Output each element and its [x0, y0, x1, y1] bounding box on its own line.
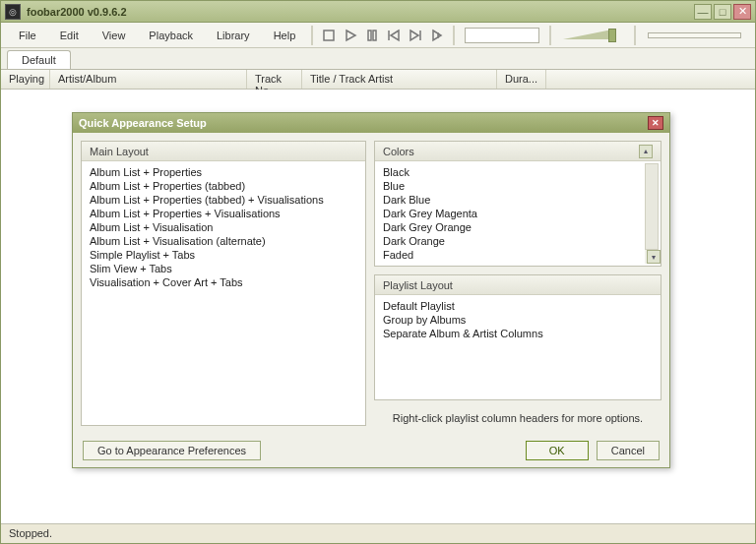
window-title: foobar2000 v0.9.6.2 — [27, 6, 694, 18]
scroll-up-icon[interactable]: ▴ — [639, 145, 653, 158]
main-layout-group: Main Layout Album List + Properties Albu… — [81, 141, 366, 426]
colors-group: Colors ▴ Black Blue Dark Blue Dark Grey … — [374, 141, 662, 267]
playlist-tabs: Default — [1, 48, 755, 70]
main-layout-list[interactable]: Album List + Properties Album List + Pro… — [82, 161, 365, 425]
close-button[interactable]: ✕ — [733, 4, 751, 20]
colors-list[interactable]: Black Blue Dark Blue Dark Grey Magenta D… — [375, 161, 661, 266]
play-icon[interactable] — [341, 26, 360, 45]
menu-file[interactable]: File — [9, 27, 46, 44]
playlist-layout-list[interactable]: Default Playlist Group by Albums Separat… — [375, 295, 661, 399]
list-item[interactable]: Album List + Properties + Visualisations — [90, 207, 357, 220]
list-item[interactable]: Blue — [383, 179, 643, 193]
list-item[interactable]: Dark Grey Orange — [383, 220, 643, 234]
list-item[interactable]: Separate Album & Artist Columns — [383, 327, 653, 340]
main-layout-header: Main Layout — [82, 142, 365, 161]
list-item[interactable]: Dark Orange — [383, 234, 643, 248]
menu-library[interactable]: Library — [207, 27, 260, 44]
next-icon[interactable] — [406, 26, 425, 45]
dialog-footer: Go to Appearance Preferences OK Cancel — [73, 434, 669, 467]
main-window: ◎ foobar2000 v0.9.6.2 — □ ✕ File Edit Vi… — [0, 0, 756, 544]
menu-playback[interactable]: Playback — [139, 27, 203, 44]
svg-rect-2 — [373, 30, 376, 40]
list-item[interactable]: Album List + Properties — [90, 165, 357, 179]
list-item[interactable]: Slim View + Tabs — [90, 262, 357, 275]
cancel-button[interactable]: Cancel — [597, 441, 660, 460]
statusbar: Stopped. — [1, 523, 755, 543]
seek-bar[interactable] — [465, 28, 539, 43]
menu-view[interactable]: View — [93, 27, 136, 44]
random-icon[interactable] — [427, 26, 447, 45]
dialog-titlebar[interactable]: Quick Appearance Setup ✕ — [73, 113, 669, 133]
list-item[interactable]: Dark Blue — [383, 193, 643, 207]
quick-appearance-dialog: Quick Appearance Setup ✕ Main Layout Alb… — [72, 112, 670, 468]
svg-rect-1 — [368, 30, 371, 40]
tab-default[interactable]: Default — [7, 50, 71, 69]
volume-slider[interactable] — [563, 29, 622, 42]
col-artist[interactable]: Artist/Album — [50, 70, 247, 89]
list-item[interactable]: Simple Playlist + Tabs — [90, 248, 357, 262]
list-item[interactable]: Album List + Visualisation (alternate) — [90, 234, 357, 248]
progress-bar[interactable] — [648, 32, 741, 38]
scrollbar[interactable]: ▾ — [645, 163, 659, 264]
status-text: Stopped. — [9, 527, 52, 539]
scrollbar-track[interactable] — [645, 163, 659, 250]
dialog-close-button[interactable]: ✕ — [648, 116, 663, 130]
playlist-layout-group: Playlist Layout Default Playlist Group b… — [374, 274, 662, 400]
goto-preferences-button[interactable]: Go to Appearance Preferences — [83, 441, 261, 460]
menu-help[interactable]: Help — [264, 27, 306, 44]
colors-header: Colors ▴ — [375, 142, 661, 161]
list-item[interactable]: Default Playlist — [383, 299, 653, 313]
col-trackno[interactable]: Track No — [247, 70, 302, 89]
separator — [549, 26, 551, 45]
list-item[interactable]: Album List + Properties (tabbed) — [90, 179, 357, 193]
list-item[interactable]: Album List + Visualisation — [90, 220, 357, 234]
separator — [453, 26, 455, 45]
volume-handle[interactable] — [608, 29, 616, 42]
col-title[interactable]: Title / Track Artist — [302, 70, 497, 89]
scroll-down-icon[interactable]: ▾ — [647, 250, 661, 264]
prev-icon[interactable] — [384, 26, 404, 45]
hint-text: Right-click playlist column headers for … — [374, 408, 662, 426]
dialog-title: Quick Appearance Setup — [79, 117, 648, 129]
menubar: File Edit View Playback Library Help — [1, 23, 755, 48]
list-item[interactable]: Faded — [383, 248, 643, 262]
titlebar[interactable]: ◎ foobar2000 v0.9.6.2 — □ ✕ — [1, 1, 755, 23]
separator — [311, 26, 313, 45]
pause-icon[interactable] — [362, 26, 382, 45]
column-headers[interactable]: Playing Artist/Album Track No Title / Tr… — [1, 70, 755, 90]
ok-button[interactable]: OK — [526, 441, 589, 460]
svg-rect-0 — [324, 30, 334, 40]
app-icon: ◎ — [5, 4, 21, 20]
list-item[interactable]: Black — [383, 165, 643, 179]
minimize-button[interactable]: — — [694, 4, 712, 20]
maximize-button[interactable]: □ — [714, 4, 731, 20]
list-item[interactable]: Group by Albums — [383, 313, 653, 327]
menu-edit[interactable]: Edit — [50, 27, 89, 44]
colors-header-label: Colors — [383, 146, 414, 157]
list-item[interactable]: Album List + Properties (tabbed) + Visua… — [90, 193, 357, 207]
col-playing[interactable]: Playing — [1, 70, 50, 89]
list-item[interactable]: Visualisation + Cover Art + Tabs — [90, 275, 357, 289]
playlist-layout-header: Playlist Layout — [375, 275, 661, 295]
stop-icon[interactable] — [319, 26, 339, 45]
separator — [634, 26, 636, 45]
list-item[interactable]: Dark Grey Magenta — [383, 207, 643, 220]
playlist-area: Quick Appearance Setup ✕ Main Layout Alb… — [1, 90, 755, 523]
col-duration[interactable]: Dura... — [497, 70, 546, 89]
